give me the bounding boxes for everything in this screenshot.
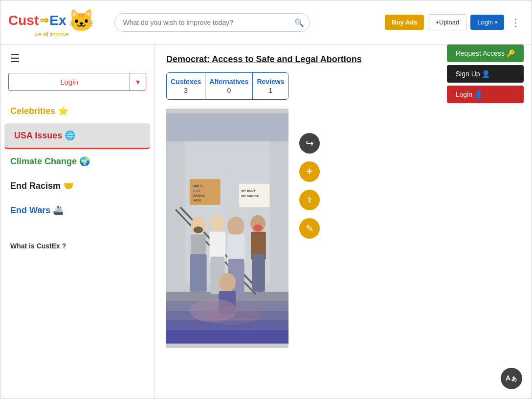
svg-point-30 bbox=[219, 273, 236, 291]
tabs-row: Custexes 3 Alternatives 0 Reviews 1 bbox=[166, 72, 288, 100]
sidebar-login-row: Login ▾ bbox=[8, 73, 146, 91]
logo: Cust ⇒ Ex 🐱 we all improve bbox=[8, 8, 95, 37]
svg-point-34 bbox=[194, 226, 203, 233]
top-right-panels: Request Access 🔑 Sign Up 👤 Login 👤 bbox=[447, 44, 524, 103]
more-options-button[interactable]: ⋮ bbox=[508, 15, 524, 30]
edit-icon: ✎ bbox=[306, 222, 314, 234]
what-is-custex[interactable]: What is CustEx ? bbox=[0, 232, 154, 260]
svg-text:MY BODY: MY BODY bbox=[242, 189, 256, 192]
sidebar-item-end-wars[interactable]: End Wars 🚢 bbox=[0, 198, 154, 222]
login-button-header[interactable]: Login ▾ bbox=[470, 15, 504, 30]
search-bar: 🔍 bbox=[114, 13, 310, 32]
add-button[interactable]: + bbox=[299, 161, 320, 182]
link-button[interactable]: ⚕ bbox=[299, 190, 320, 210]
logo-tagline: we all improve bbox=[35, 31, 69, 37]
sidebar-item-end-racism[interactable]: End Racism 🤝 bbox=[0, 174, 154, 198]
add-icon: + bbox=[307, 165, 313, 178]
svg-text:JUST: JUST bbox=[193, 189, 201, 193]
sidebar-nav: Celebrities ⭐ USA Issues 🌐 Climate Chang… bbox=[0, 99, 154, 232]
login-panel-button[interactable]: Login 👤 bbox=[447, 86, 524, 103]
svg-rect-7 bbox=[166, 330, 288, 344]
svg-rect-29 bbox=[252, 254, 265, 292]
svg-point-21 bbox=[209, 215, 224, 232]
svg-text:MY CHOICE: MY CHOICE bbox=[242, 194, 259, 198]
translate-button[interactable]: Aぁ bbox=[501, 368, 522, 389]
search-icon: 🔍 bbox=[294, 18, 304, 27]
logo-cat-icon: 🐱 bbox=[68, 8, 95, 33]
buy-ads-button[interactable]: Buy Ads bbox=[385, 15, 424, 30]
logo-arrow: ⇒ bbox=[40, 14, 48, 27]
edit-button[interactable]: ✎ bbox=[299, 218, 320, 239]
protest-image: GIRLS JUST WANNA HAVE MY BODY MY CHOICE bbox=[166, 109, 288, 348]
tab-alternatives[interactable]: Alternatives 0 bbox=[205, 73, 253, 99]
hamburger-menu[interactable]: ☰ bbox=[0, 44, 154, 73]
svg-point-24 bbox=[227, 217, 244, 235]
logo-ex: Ex bbox=[49, 13, 66, 28]
sign-up-button[interactable]: Sign Up 👤 bbox=[447, 65, 524, 83]
header: Cust ⇒ Ex 🐱 we all improve 🔍 Buy Ads +Up… bbox=[0, 0, 532, 44]
sidebar-login-label[interactable]: Login bbox=[9, 74, 130, 90]
sidebar-login-caret[interactable]: ▾ bbox=[130, 73, 146, 90]
svg-point-35 bbox=[253, 224, 263, 231]
sidebar: ☰ Login ▾ Celebrities ⭐ USA Issues 🌐 Cli… bbox=[0, 44, 155, 399]
sidebar-item-climate-change[interactable]: Climate Change 🌍 bbox=[0, 149, 154, 174]
search-input[interactable] bbox=[114, 13, 310, 32]
svg-text:HAVE: HAVE bbox=[193, 199, 201, 202]
sidebar-item-usa-issues[interactable]: USA Issues 🌐 bbox=[4, 123, 150, 149]
tab-custexes[interactable]: Custexes 3 bbox=[167, 73, 205, 99]
upload-button[interactable]: +Upload bbox=[428, 14, 466, 30]
logo-cust: Cust bbox=[8, 13, 39, 28]
tab-reviews[interactable]: Reviews 1 bbox=[253, 73, 288, 99]
share-icon: ↪ bbox=[306, 137, 314, 149]
share-button[interactable]: ↪ bbox=[299, 133, 320, 154]
image-container: GIRLS JUST WANNA HAVE MY BODY MY CHOICE bbox=[166, 109, 293, 348]
svg-text:WANNA: WANNA bbox=[193, 194, 205, 198]
link-icon: ⚕ bbox=[307, 195, 312, 205]
action-buttons: ↪ + ⚕ ✎ bbox=[299, 133, 320, 239]
sidebar-item-celebrities[interactable]: Celebrities ⭐ bbox=[0, 99, 154, 123]
svg-text:GIRLS: GIRLS bbox=[193, 184, 203, 188]
svg-rect-20 bbox=[190, 254, 207, 292]
request-access-button[interactable]: Request Access 🔑 bbox=[447, 44, 524, 62]
svg-point-33 bbox=[204, 306, 260, 325]
header-actions: Buy Ads +Upload Login ▾ ⋮ bbox=[385, 14, 524, 30]
